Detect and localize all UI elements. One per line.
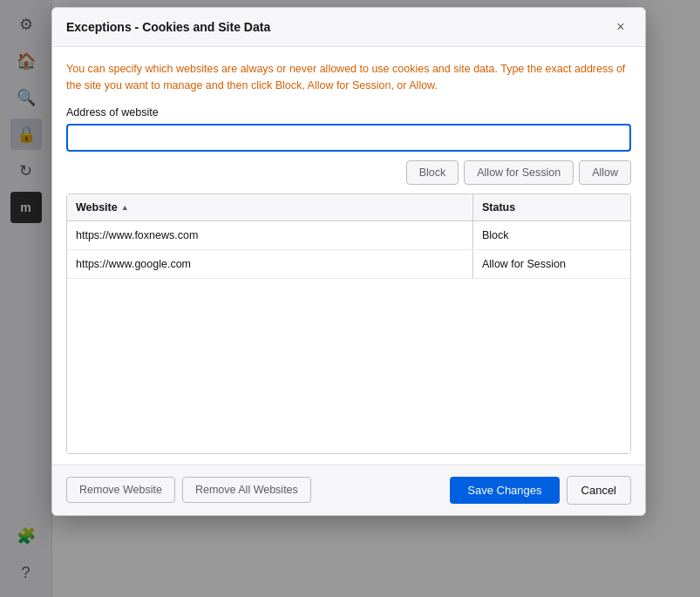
cancel-button[interactable]: Cancel [567, 476, 631, 505]
table-body: https://www.foxnews.com Block https://ww… [67, 221, 630, 453]
col-website-header: Website ▲ [67, 194, 473, 220]
sort-icon: ▲ [121, 203, 129, 212]
table-row[interactable]: https://www.foxnews.com Block [67, 221, 630, 250]
allow-button[interactable]: Allow [579, 160, 631, 185]
info-text: You can specify which websites are alway… [66, 61, 631, 94]
remove-website-button[interactable]: Remove Website [66, 477, 175, 503]
remove-all-websites-button[interactable]: Remove All Websites [182, 477, 311, 503]
dialog-footer: Remove Website Remove All Websites Save … [52, 465, 645, 515]
dialog-title: Exceptions - Cookies and Site Data [66, 20, 270, 34]
dialog-titlebar: Exceptions - Cookies and Site Data × [52, 8, 645, 47]
address-input[interactable] [66, 124, 631, 152]
table-row[interactable]: https://www.google.com Allow for Session [67, 250, 630, 279]
allow-for-session-button[interactable]: Allow for Session [464, 160, 574, 185]
exceptions-dialog: Exceptions - Cookies and Site Data × You… [51, 7, 646, 516]
website-table-wrapper: Website ▲ Status https://www.foxnews.com… [66, 193, 631, 454]
col-status-header: Status [473, 194, 630, 220]
row-status-1: Block [473, 221, 630, 249]
table-header: Website ▲ Status [67, 194, 630, 221]
row-website-2: https://www.google.com [67, 250, 473, 278]
address-label: Address of website [66, 106, 631, 119]
row-status-2: Allow for Session [473, 250, 630, 278]
close-button[interactable]: × [610, 17, 631, 37]
dialog-body: You can specify which websites are alway… [52, 47, 645, 454]
save-changes-button[interactable]: Save Changes [450, 477, 559, 504]
block-button[interactable]: Block [406, 160, 459, 185]
table-empty-space [67, 279, 630, 453]
row-website-1: https://www.foxnews.com [67, 221, 473, 249]
action-button-row: Block Allow for Session Allow [66, 160, 631, 185]
